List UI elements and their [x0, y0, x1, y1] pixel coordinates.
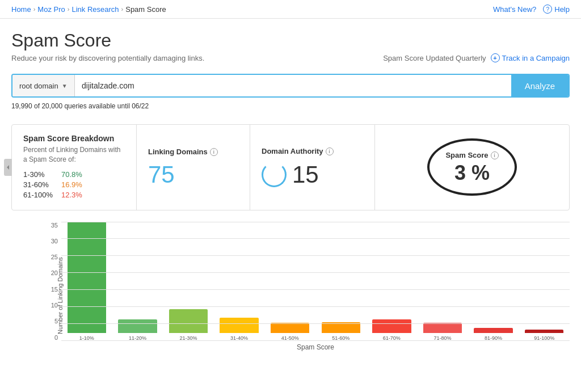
bar-label-6: 51-60%: [332, 335, 350, 341]
authority-value-row: 15: [262, 162, 363, 187]
y-tick-25: 25: [51, 254, 58, 260]
breakdown-pct-3: 12.3%: [61, 191, 82, 199]
bar-2: [118, 319, 157, 333]
svg-marker-0: [7, 165, 9, 170]
page-header: Spam Score Reduce your risk by discoveri…: [0, 19, 581, 68]
bar-5: [271, 323, 309, 333]
linking-domains-info-icon[interactable]: i: [210, 148, 218, 156]
help-label: Help: [554, 5, 570, 14]
breadcrumb-mozpro[interactable]: Moz Pro: [37, 5, 65, 14]
help-link[interactable]: ? Help: [543, 5, 570, 14]
domain-type-label: root domain: [19, 82, 58, 90]
dropdown-arrow-icon: ▼: [62, 83, 68, 89]
search-section: root domain ▼ Analyze 19,990 of 20,000 q…: [0, 68, 581, 116]
whats-new-link[interactable]: What's New?: [493, 5, 536, 14]
y-tick-5: 5: [54, 318, 58, 324]
bar-label-2: 11-20%: [129, 335, 146, 341]
bar-10: [525, 330, 563, 333]
breakdown-row-3: 61-100% 12.3%: [23, 191, 125, 199]
breakdown-title: Spam Score Breakdown: [23, 134, 125, 143]
separator-3: ›: [121, 6, 124, 12]
y-tick-15: 15: [51, 286, 58, 293]
domain-authority-label: Domain Authority i: [262, 147, 363, 155]
spam-score-section: Spam Score i 3 %: [375, 125, 569, 210]
y-tick-10: 10: [51, 302, 58, 309]
breadcrumb-current: Spam Score: [125, 5, 166, 14]
bar-label-1: 1-10%: [79, 335, 94, 341]
plus-circle-icon: +: [491, 53, 500, 62]
domain-type-select[interactable]: root domain ▼: [12, 75, 75, 96]
bar-group-7: 61-70%: [368, 222, 416, 341]
bar-group-5: 41-50%: [266, 222, 314, 341]
bar-group-3: 21-30%: [164, 222, 213, 341]
spam-score-info-icon[interactable]: i: [491, 151, 499, 159]
bar-label-7: 61-70%: [383, 335, 401, 341]
bar-1: [68, 222, 106, 333]
linking-domains-section: Linking Domains i 75: [137, 125, 250, 210]
chart-section: Number of Linking Domains 35 30 25 20 15…: [11, 222, 570, 369]
separator-2: ›: [68, 6, 70, 12]
da-loading-circle: [262, 162, 287, 187]
metrics-panel: Spam Score Breakdown Percent of Linking …: [11, 124, 570, 210]
bar-6: [322, 322, 360, 333]
breadcrumb: Home › Moz Pro › Link Research › Spam Sc…: [11, 5, 166, 14]
spam-score-circle-border: Spam Score i 3 %: [427, 138, 516, 196]
y-tick-20: 20: [51, 269, 58, 276]
breakdown-section: Spam Score Breakdown Percent of Linking …: [12, 125, 137, 210]
page-title: Spam Score: [11, 30, 570, 51]
y-tick-35: 35: [51, 222, 58, 229]
breakdown-pct-1: 70.8%: [61, 170, 82, 179]
page-subtitle: Reduce your risk by discovering potentia…: [11, 54, 204, 62]
search-input[interactable]: [75, 75, 511, 96]
breakdown-subtitle: Percent of Linking Domains with a Spam S…: [23, 145, 125, 165]
bar-label-5: 41-50%: [281, 335, 299, 341]
y-tick-0: 0: [54, 334, 58, 341]
bar-7: [372, 319, 411, 333]
domain-authority-info-icon[interactable]: i: [326, 147, 334, 155]
breakdown-range-3: 61-100%: [23, 191, 54, 199]
left-arrow-tab[interactable]: [4, 159, 12, 176]
spam-score-label: Spam Score i: [445, 151, 498, 159]
spam-score-value: 3 %: [454, 163, 490, 183]
spam-score-updated: Spam Score Updated Quarterly + Track in …: [383, 53, 570, 62]
domain-authority-section: Domain Authority i 15: [250, 125, 375, 210]
bar-group-2: 11-20%: [113, 222, 162, 341]
bar-4: [220, 318, 258, 333]
breakdown-pct-2: 16.9%: [61, 180, 82, 189]
analyze-button[interactable]: Analyze: [511, 75, 569, 96]
bar-group-4: 31-40%: [215, 222, 264, 341]
page-subtitle-row: Reduce your risk by discovering potentia…: [11, 53, 570, 62]
separator-1: ›: [33, 6, 36, 12]
bar-group-8: 71-80%: [418, 222, 467, 341]
spam-score-updated-text: Spam Score Updated Quarterly: [383, 54, 486, 62]
x-axis-label: Spam Score: [45, 343, 570, 351]
bar-9: [474, 328, 512, 333]
bar-label-9: 81-90%: [485, 335, 502, 341]
linking-domains-value: 75: [148, 163, 238, 187]
bar-label-8: 71-80%: [433, 335, 451, 341]
bar-8: [423, 323, 462, 333]
track-in-campaign-link[interactable]: + Track in a Campaign: [491, 53, 570, 62]
top-nav-right: What's New? ? Help: [493, 5, 570, 14]
search-row: root domain ▼ Analyze: [11, 74, 570, 98]
bar-label-3: 21-30%: [179, 335, 197, 341]
domain-authority-value: 15: [292, 163, 319, 187]
bar-group-10: 91-100%: [520, 222, 569, 341]
breakdown-range-1: 1-30%: [23, 170, 54, 179]
bar-group-9: 81-90%: [469, 222, 518, 341]
breakdown-row-1: 1-30% 70.8%: [23, 170, 125, 179]
track-in-campaign-label: Track in a Campaign: [502, 54, 570, 62]
breakdown-row-2: 31-60% 16.9%: [23, 180, 125, 189]
bar-group-6: 51-60%: [317, 222, 365, 341]
breadcrumb-home[interactable]: Home: [11, 5, 31, 14]
linking-domains-label: Linking Domains i: [148, 147, 238, 156]
breadcrumb-link-research[interactable]: Link Research: [71, 5, 119, 14]
bar-group-1: 1-10%: [62, 222, 111, 341]
breakdown-range-2: 31-60%: [23, 180, 54, 189]
help-circle-icon: ?: [543, 5, 552, 14]
bar-3: [169, 309, 208, 333]
top-nav: Home › Moz Pro › Link Research › Spam Sc…: [0, 0, 581, 19]
bar-label-4: 31-40%: [230, 335, 248, 341]
queries-info: 19,990 of 20,000 queries available until…: [11, 102, 570, 110]
y-tick-30: 30: [51, 238, 58, 245]
